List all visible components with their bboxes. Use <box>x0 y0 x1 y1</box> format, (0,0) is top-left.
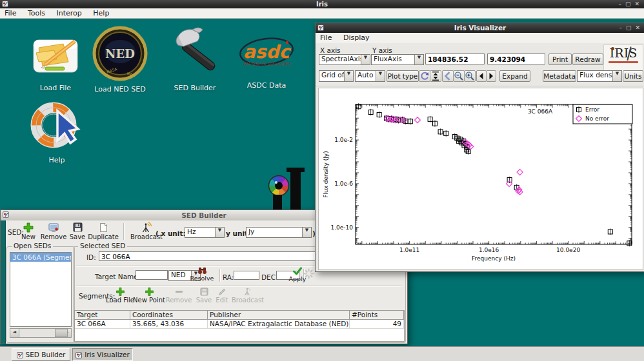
menu-interop[interactable]: Interop <box>52 8 86 18</box>
desktop-icon-load-ned-sed[interactable]: NED NASA IPAC Load NED SED <box>89 26 151 93</box>
list-item-selected[interactable]: 3C 066A (Segments <box>10 253 71 262</box>
chevron-down-icon[interactable]: ▼ <box>302 228 311 237</box>
target-name-field[interactable] <box>136 270 168 280</box>
chevron-down-icon[interactable]: ▼ <box>376 71 385 81</box>
horizontal-scrollbar[interactable]: ◄ ► <box>10 328 72 338</box>
back-button[interactable] <box>442 70 454 82</box>
scroll-left-icon[interactable]: ◄ <box>10 329 19 337</box>
col-coordinates[interactable]: Coordinates <box>130 311 208 319</box>
units-button[interactable]: Units <box>623 70 643 82</box>
chevron-down-icon[interactable]: ▼ <box>414 55 423 64</box>
scroll-thumb[interactable] <box>55 329 68 337</box>
scale-combo[interactable]: Auto ▼ <box>355 70 385 82</box>
grid-combo[interactable]: Grid off ▼ <box>319 70 354 82</box>
main-titlebar: Iris –▢✕ <box>0 0 644 8</box>
sed-duplicate-button[interactable]: Duplicate <box>86 222 121 240</box>
resolve-label: Resolve <box>190 275 214 282</box>
refresh-rotate-button[interactable] <box>419 70 430 82</box>
sed-new-label: New <box>21 233 35 240</box>
chevron-down-icon[interactable]: ▼ <box>612 71 621 81</box>
chevron-down-icon[interactable]: ▼ <box>344 71 353 81</box>
open-seds-list[interactable]: 3C 066A (Segments <box>10 252 72 327</box>
svg-text:10.0e20: 10.0e20 <box>556 247 580 253</box>
y-unit-combo[interactable]: Jy ▼ <box>246 227 312 238</box>
cell-target: 3C 066A <box>75 320 130 328</box>
segment-button-label: Load File <box>106 297 134 304</box>
flux-combo[interactable]: Flux density ▼ <box>577 70 622 82</box>
taskbar-sed-builder[interactable]: SED Builder <box>12 348 70 361</box>
menu-file[interactable]: File <box>316 33 336 43</box>
x-axis-combo[interactable]: SpectralAxis ▼ <box>319 54 370 65</box>
target-name-label: Target Name: <box>95 273 140 280</box>
maximize-icon[interactable]: ▢ <box>624 24 634 31</box>
desktop-icon-sed-builder[interactable]: SED Builder <box>163 24 227 92</box>
maximize-icon[interactable]: ▢ <box>623 1 633 7</box>
chevron-down-icon[interactable]: ▼ <box>215 228 224 237</box>
cursor-x-field[interactable] <box>425 54 485 64</box>
desktop-icon-label: Load NED SED <box>89 85 151 93</box>
col-points[interactable]: #Points <box>350 311 404 319</box>
plot-type-button[interactable]: Plot type <box>387 70 419 82</box>
desktop-icon-label: Load File <box>23 84 88 92</box>
sed-scatter-plot[interactable]: 1.0e111.0e1610.0e201.0e-21.0e-61.0e-10Fr… <box>319 88 643 269</box>
segment-new-point-button[interactable]: New Point <box>133 287 165 304</box>
x-axis-value: SpectralAxis <box>319 55 361 64</box>
scroll-track[interactable] <box>19 329 62 337</box>
taskbar-iris-visualizer[interactable]: Iris Visualizer <box>72 348 133 361</box>
col-target[interactable]: Target <box>75 311 130 319</box>
metadata-button[interactable]: Metadata <box>543 70 576 82</box>
desktop-icon-asdc-data[interactable]: asdc ASI Science Data Center ASDC Data <box>236 31 297 90</box>
visualizer-window-controls: –▢✕ <box>617 23 642 33</box>
segment-button-label: Broadcast <box>232 297 264 304</box>
segment-broadcast-button-disabled: Broadcast <box>231 287 265 304</box>
plot-panel[interactable]: 1.0e111.0e1610.0e201.0e-21.0e-61.0e-10Fr… <box>318 88 643 270</box>
load-file-icon <box>26 26 85 80</box>
zoom-in-icon <box>465 71 475 81</box>
pan-right-button[interactable] <box>486 70 496 82</box>
open-seds-group: Open SEDs 3C 066A (Segments ◄ ► <box>6 246 75 343</box>
minimize-icon[interactable]: – <box>616 1 623 7</box>
cell-publisher: NASA/IPAC Extragalactic Database (NED) <box>208 320 350 328</box>
x-axis-label: X axis <box>320 46 341 54</box>
zoom-out-button[interactable] <box>453 70 465 82</box>
zoom-in-button[interactable] <box>464 70 476 82</box>
y-axis-combo[interactable]: FluxAxis ▼ <box>371 54 424 65</box>
expand-button[interactable]: Expand <box>499 70 530 82</box>
col-publisher[interactable]: Publisher <box>208 311 350 319</box>
rotate-arrows-icon <box>419 71 430 81</box>
menu-file[interactable]: File <box>0 8 21 18</box>
svg-text:Frequency (Hz): Frequency (Hz) <box>472 255 516 262</box>
chevron-left-icon <box>443 71 453 81</box>
chevron-down-icon[interactable]: ▼ <box>361 55 370 64</box>
menu-help[interactable]: Help <box>88 8 114 18</box>
dec-label: DEC: <box>261 273 278 281</box>
menu-display[interactable]: Display <box>339 33 374 43</box>
x-unit-combo[interactable]: Hz ▼ <box>185 227 225 238</box>
desktop-icon-help[interactable]: Help <box>26 99 88 164</box>
up-down-arrows-icon <box>430 71 441 81</box>
segments-table[interactable]: Target Coordinates Publisher #Points 3C … <box>74 310 405 342</box>
minus-icon <box>174 287 184 297</box>
cursor-y-field[interactable] <box>487 54 545 64</box>
close-icon[interactable]: ✕ <box>633 24 642 31</box>
minimize-icon[interactable]: – <box>617 24 624 31</box>
fit-vertical-button[interactable] <box>430 70 441 82</box>
segment-button-label: Save <box>196 297 212 304</box>
ra-field[interactable] <box>234 271 259 280</box>
table-row[interactable]: 3C 066A 35.665, 43.036 NASA/IPAC Extraga… <box>75 320 404 329</box>
visualizer-titlebar[interactable]: Iris Visualizer –▢✕ <box>316 23 644 33</box>
resolve-button[interactable]: Resolve <box>187 267 217 282</box>
segment-load-file-button[interactable]: Load File <box>105 287 136 304</box>
redraw-button[interactable]: Redraw <box>572 54 603 65</box>
svg-text:ASI Science Data Center: ASI Science Data Center <box>243 61 291 66</box>
floppy-icon <box>199 287 209 297</box>
asdc-logo-icon: asdc ASI Science Data Center <box>237 31 296 77</box>
x-unit-value: Hz <box>185 228 215 237</box>
segment-button-label: New Point <box>133 297 165 304</box>
print-button[interactable]: Print <box>548 54 572 65</box>
desktop-icon-load-file[interactable]: Load File <box>23 26 88 92</box>
svg-text:Error: Error <box>585 106 599 113</box>
menu-tools[interactable]: Tools <box>23 8 50 18</box>
close-icon[interactable]: ✕ <box>632 1 641 7</box>
pan-left-button[interactable] <box>476 70 487 82</box>
